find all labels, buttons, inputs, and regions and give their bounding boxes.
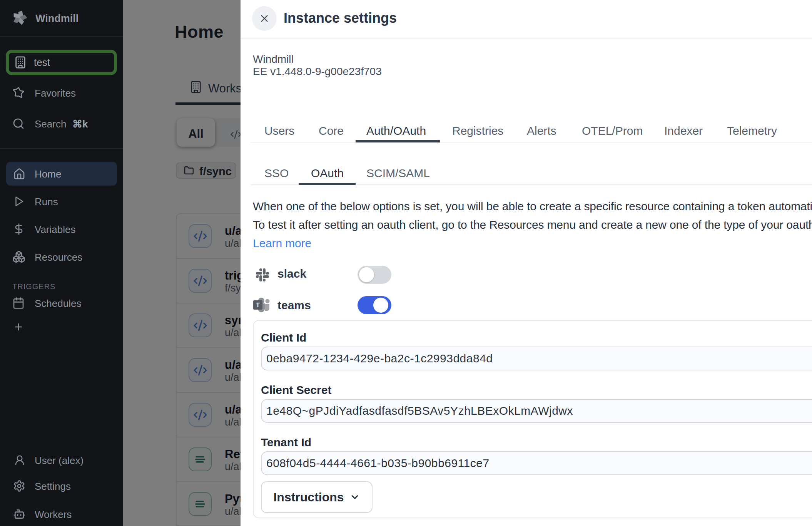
svg-text:T: T xyxy=(256,302,260,309)
